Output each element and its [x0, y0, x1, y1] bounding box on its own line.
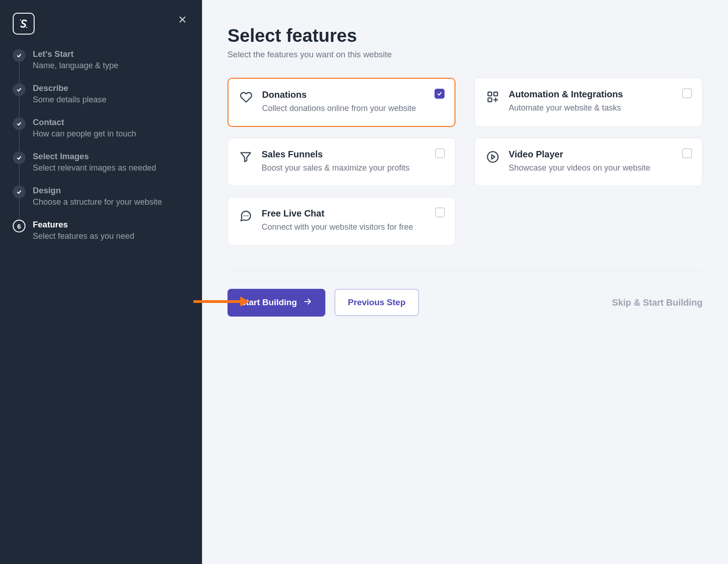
feature-card-video-player[interactable]: Video Player Showcase your videos on you…: [475, 138, 703, 186]
feature-title: Sales Funnels: [262, 149, 410, 160]
svg-point-7: [245, 216, 246, 217]
feature-checkbox[interactable]: [435, 207, 445, 217]
feature-checkbox[interactable]: [435, 148, 445, 158]
grid-plus-icon: [486, 90, 500, 104]
check-icon: [13, 151, 25, 164]
step-sub: Select features as you need: [33, 232, 134, 241]
step-title: Contact: [33, 117, 136, 127]
feature-title: Free Live Chat: [262, 208, 413, 219]
check-icon: [13, 49, 25, 62]
features-grid: Donations Collect donations online from …: [228, 78, 703, 246]
feature-desc: Automate your website & tasks: [509, 102, 623, 114]
feature-card-donations[interactable]: Donations Collect donations online from …: [228, 78, 455, 127]
feature-checkbox[interactable]: [435, 89, 445, 99]
button-label: Start Building: [240, 297, 297, 307]
check-icon: [13, 186, 25, 198]
feature-checkbox[interactable]: [682, 88, 692, 98]
feature-card-live-chat[interactable]: Free Live Chat Connect with your website…: [228, 197, 455, 245]
step-connector: [19, 164, 20, 187]
step-connector: [19, 62, 20, 85]
step-describe[interactable]: Describe Some details please: [13, 83, 189, 117]
step-connector: [19, 130, 20, 153]
step-features[interactable]: 6 Features Select features as you need: [13, 220, 189, 254]
feature-card-sales-funnels[interactable]: Sales Funnels Boost your sales & maximiz…: [228, 138, 455, 186]
divider: [228, 270, 703, 271]
step-sub: Name, language & type: [33, 61, 118, 70]
feature-title: Video Player: [509, 149, 650, 160]
step-lets-start[interactable]: Let's Start Name, language & type: [13, 49, 189, 83]
step-title: Let's Start: [33, 49, 118, 59]
funnel-icon: [239, 150, 253, 164]
start-building-button[interactable]: Start Building: [228, 289, 325, 317]
previous-step-button[interactable]: Previous Step: [334, 289, 420, 316]
check-icon: [13, 117, 25, 130]
steps-list: Let's Start Name, language & type Descri…: [13, 49, 189, 254]
actions-row: Start Building Previous Step Skip & Star…: [228, 289, 703, 317]
feature-title: Automation & Integrations: [509, 89, 623, 100]
feature-checkbox[interactable]: [682, 148, 692, 158]
step-sub: Some details please: [33, 95, 106, 105]
step-sub: Choose a structure for your website: [33, 197, 162, 207]
step-title: Describe: [33, 83, 106, 93]
step-connector: [19, 96, 20, 119]
logo: [13, 13, 35, 35]
svg-rect-3: [494, 92, 497, 96]
check-icon: [13, 83, 25, 96]
sidebar: Let's Start Name, language & type Descri…: [0, 0, 202, 564]
step-sub: Select relevant images as needed: [33, 163, 156, 173]
feature-desc: Boost your sales & maximize your profits: [262, 162, 410, 174]
step-design[interactable]: Design Choose a structure for your websi…: [13, 186, 189, 220]
feature-desc: Showcase your videos on your website: [509, 162, 650, 174]
skip-link[interactable]: Skip & Start Building: [612, 297, 703, 308]
page-subtitle: Select the features you want on this web…: [228, 50, 703, 60]
page-title: Select features: [228, 25, 703, 46]
svg-rect-2: [488, 92, 492, 96]
heart-icon: [239, 91, 253, 104]
svg-point-6: [243, 216, 244, 217]
step-number: 6: [13, 220, 25, 232]
step-contact[interactable]: Contact How can people get in touch: [13, 117, 189, 151]
play-circle-icon: [486, 150, 500, 164]
step-title: Design: [33, 186, 162, 196]
step-sub: How can people get in touch: [33, 129, 136, 139]
step-title: Select Images: [33, 151, 156, 161]
step-title: Features: [33, 220, 134, 230]
step-connector: [19, 198, 20, 221]
svg-point-1: [26, 27, 27, 28]
svg-point-0: [20, 20, 21, 20]
svg-point-8: [248, 216, 248, 217]
chat-icon: [239, 209, 253, 223]
main-content: Select features Select the features you …: [202, 0, 728, 564]
arrow-right-icon: [303, 297, 313, 309]
feature-desc: Collect donations online from your websi…: [262, 103, 416, 114]
feature-card-automation[interactable]: Automation & Integrations Automate your …: [475, 78, 703, 127]
svg-rect-4: [488, 98, 492, 101]
svg-point-5: [487, 152, 498, 162]
button-label: Previous Step: [348, 297, 406, 307]
close-icon[interactable]: [177, 15, 187, 26]
feature-title: Donations: [262, 90, 416, 100]
feature-desc: Connect with your website visitors for f…: [262, 222, 413, 233]
step-select-images[interactable]: Select Images Select relevant images as …: [13, 151, 189, 186]
